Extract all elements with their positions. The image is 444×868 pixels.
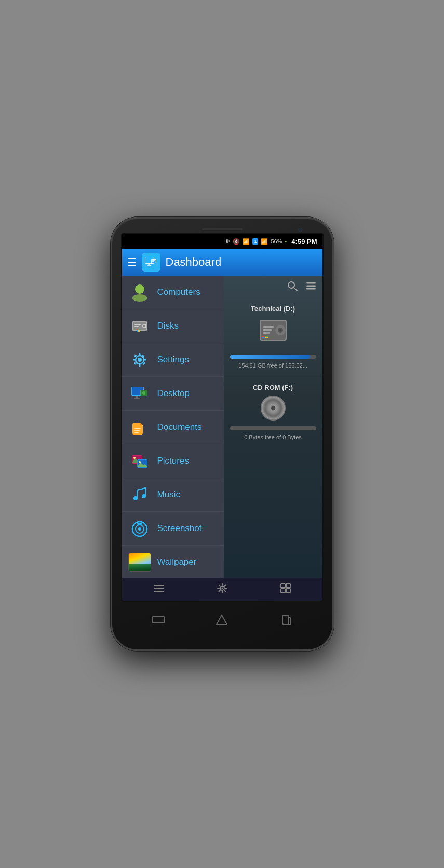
svg-point-43 — [133, 457, 136, 459]
disk-item-cdrom[interactable]: CD ROM (F:) 0 Bytes free of 0 Bytes — [224, 378, 322, 445]
svg-rect-14 — [134, 324, 141, 325]
svg-rect-38 — [134, 428, 141, 429]
disk-name-technical: Technical (D:) — [251, 305, 295, 313]
svg-line-89 — [224, 585, 225, 586]
settings-icon — [128, 348, 151, 371]
svg-rect-23 — [139, 353, 140, 356]
list-view-icon[interactable] — [305, 280, 317, 295]
svg-rect-70 — [263, 326, 274, 328]
svg-rect-62 — [306, 282, 316, 284]
disk-bar-technical — [230, 355, 316, 359]
svg-rect-19 — [137, 330, 138, 332]
svg-point-60 — [288, 282, 294, 288]
hdd-icon — [258, 317, 289, 349]
sidebar-label-wallpaper: Wallpaper — [157, 557, 197, 567]
sidebar-item-desktop[interactable]: Desktop — [122, 377, 224, 411]
back-button[interactable] — [146, 612, 171, 628]
sidebar-item-disks[interactable]: Disks — [122, 309, 224, 343]
dashboard-logo-icon — [144, 255, 158, 269]
right-panel: Technical (D:) — [224, 276, 322, 578]
svg-rect-93 — [281, 589, 285, 593]
svg-rect-20 — [138, 330, 140, 332]
sidebar-item-settings[interactable]: Settings — [122, 343, 224, 377]
sidebar-item-screenshot[interactable]: Screenshot — [122, 512, 224, 546]
sidebar-item-wallpaper[interactable]: Wallpaper — [122, 546, 224, 578]
svg-point-8 — [135, 284, 144, 294]
svg-rect-34 — [134, 398, 140, 399]
svg-rect-39 — [134, 430, 140, 431]
wifi-icon: 📶 — [243, 238, 250, 245]
svg-rect-71 — [263, 329, 272, 331]
home-button[interactable] — [209, 612, 234, 628]
svg-rect-77 — [265, 337, 268, 338]
svg-rect-91 — [281, 584, 285, 588]
svg-rect-80 — [154, 591, 164, 592]
svg-rect-72 — [263, 332, 270, 334]
svg-point-13 — [143, 325, 145, 327]
signal-icon: 📶 — [261, 238, 268, 245]
svg-rect-63 — [306, 286, 316, 287]
disk-info-cdrom: 0 Bytes free of 0 Bytes — [244, 434, 302, 440]
bottom-nav — [122, 578, 322, 601]
status-bar: 👁 🔇 📶 1 📶 56% ▪ 4:59 PM — [122, 234, 322, 249]
svg-rect-78 — [154, 585, 164, 586]
svg-rect-2 — [148, 264, 150, 265]
svg-rect-79 — [154, 588, 164, 589]
pictures-icon — [128, 450, 151, 472]
sidebar-item-documents[interactable]: Documents — [122, 411, 224, 444]
cd-icon — [261, 396, 286, 421]
bottom-settings-icon[interactable] — [217, 582, 228, 596]
svg-rect-17 — [137, 329, 138, 330]
desktop-icon — [128, 382, 151, 405]
disk-name-cdrom: CD ROM (F:) — [253, 384, 293, 391]
hamburger-icon[interactable]: ☰ — [127, 256, 137, 268]
status-time: 4:59 PM — [291, 238, 317, 246]
recent-button[interactable] — [273, 612, 298, 628]
disk-item-technical[interactable]: Technical (D:) — [224, 300, 322, 374]
svg-point-82 — [221, 587, 223, 589]
svg-point-9 — [132, 294, 147, 302]
svg-rect-74 — [262, 336, 265, 337]
cd-inner — [271, 405, 276, 411]
svg-rect-33 — [136, 396, 138, 398]
svg-rect-75 — [265, 336, 268, 337]
search-icon[interactable] — [286, 280, 299, 295]
svg-line-88 — [224, 590, 225, 591]
svg-rect-76 — [262, 337, 265, 338]
wallpaper-thumbnail — [128, 553, 151, 572]
battery-text: 56% — [271, 238, 282, 245]
right-toolbar — [224, 276, 322, 300]
disks-icon — [128, 315, 151, 337]
sidebar-item-pictures[interactable]: Pictures — [122, 444, 224, 478]
sidebar-item-computers[interactable]: Computers — [122, 276, 224, 309]
computers-icon — [128, 281, 151, 304]
vpn-icon: 1 — [252, 238, 258, 245]
svg-point-22 — [138, 358, 142, 362]
svg-rect-26 — [144, 359, 146, 361]
battery-icon: ▪ — [285, 238, 287, 245]
bottom-menu-icon[interactable] — [153, 582, 165, 596]
disk-bar-cdrom — [230, 426, 316, 430]
header-title: Dashboard — [166, 255, 222, 269]
disk-separator — [224, 376, 322, 376]
svg-rect-18 — [138, 329, 140, 330]
sidebar-label-documents: Documents — [157, 422, 202, 432]
svg-rect-6 — [152, 260, 154, 262]
cd-icon-wrap — [261, 396, 286, 421]
sidebar-label-pictures: Pictures — [157, 456, 189, 466]
svg-rect-24 — [139, 364, 140, 367]
svg-point-48 — [142, 494, 146, 498]
main-content: Computers — [122, 276, 322, 578]
sidebar-item-music[interactable]: Music — [122, 478, 224, 512]
documents-icon — [128, 416, 151, 439]
svg-line-90 — [219, 590, 220, 591]
svg-rect-25 — [133, 359, 136, 361]
svg-point-46 — [139, 461, 141, 463]
bottom-apps-icon[interactable] — [280, 582, 291, 596]
eye-icon: 👁 — [224, 238, 230, 245]
silent-icon: 🔇 — [233, 238, 240, 245]
status-icons: 👁 🔇 📶 1 📶 56% ▪ 4:59 PM — [224, 238, 317, 246]
svg-rect-3 — [147, 265, 151, 266]
sidebar-label-music: Music — [157, 490, 180, 500]
svg-marker-96 — [217, 615, 227, 625]
